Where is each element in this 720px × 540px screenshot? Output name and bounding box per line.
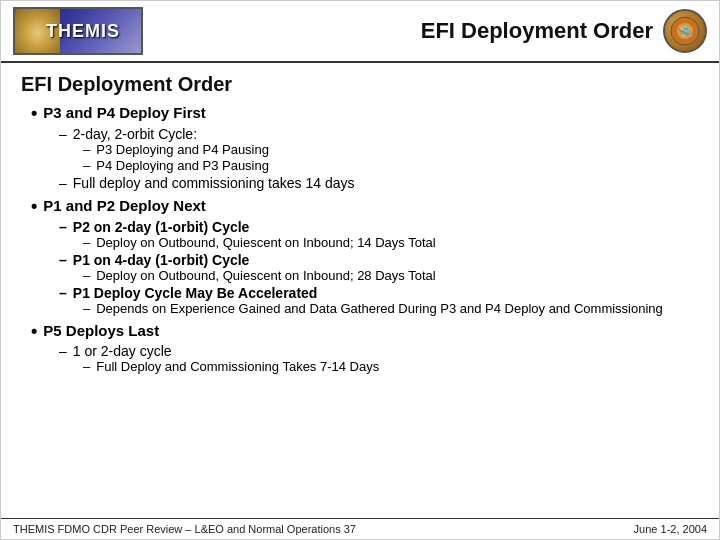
dash-sub-text: P4 Deploying and P3 Pausing — [96, 158, 269, 173]
bullet-dot: • — [31, 197, 37, 217]
dash-sym: – — [83, 142, 90, 157]
dash-sub-item: –Depends on Experience Gained and Data G… — [83, 301, 699, 316]
dash-item: –2-day, 2-orbit Cycle:–P3 Deploying and … — [59, 126, 699, 173]
dash-sym: – — [59, 343, 67, 359]
svg-text:🛸: 🛸 — [678, 24, 693, 39]
dash-text: P1 Deploy Cycle May Be Accelerated — [73, 285, 318, 301]
footer-right: June 1-2, 2004 — [634, 523, 707, 535]
footer: THEMIS FDMO CDR Peer Review – L&EO and N… — [1, 518, 719, 539]
slide: THEMIS EFI Deployment Order 🛸 EFI Deploy… — [0, 0, 720, 540]
dash-sym: – — [83, 359, 90, 374]
dash-sym: – — [83, 301, 90, 316]
dash-item: –P2 on 2-day (1-orbit) Cycle–Deploy on O… — [59, 219, 699, 250]
sub-items: –P2 on 2-day (1-orbit) Cycle–Deploy on O… — [59, 219, 699, 316]
dash-sub-text: P3 Deploying and P4 Pausing — [96, 142, 269, 157]
dash-sub-text: Depends on Experience Gained and Data Ga… — [96, 301, 663, 316]
bullet-text: P5 Deploys Last — [43, 322, 159, 339]
bullet-label: •P3 and P4 Deploy First — [31, 104, 699, 124]
sub-items: –1 or 2-day cycle–Full Deploy and Commis… — [59, 343, 699, 374]
dash-label: –1 or 2-day cycle — [59, 343, 699, 359]
bullet-item: •P3 and P4 Deploy First–2-day, 2-orbit C… — [31, 104, 699, 191]
dash-text: Full deploy and commissioning takes 14 d… — [73, 175, 355, 191]
dash-text: P2 on 2-day (1-orbit) Cycle — [73, 219, 250, 235]
dash-sym: – — [59, 219, 67, 235]
dash-item: –Full deploy and commissioning takes 14 … — [59, 175, 699, 191]
logo-text: THEMIS — [46, 21, 120, 42]
dash-sub-label: –P3 Deploying and P4 Pausing — [83, 142, 699, 157]
logo-box: THEMIS — [13, 7, 143, 55]
dash-sym: – — [83, 268, 90, 283]
bullet-label: •P1 and P2 Deploy Next — [31, 197, 699, 217]
dash-sub-text: Full Deploy and Commissioning Takes 7-14… — [96, 359, 379, 374]
logo-area: THEMIS — [13, 7, 143, 55]
page-title: EFI Deployment Order — [21, 73, 699, 96]
sub-items: –2-day, 2-orbit Cycle:–P3 Deploying and … — [59, 126, 699, 191]
sub-sub-items: –Deploy on Outbound, Quiescent on Inboun… — [83, 235, 699, 250]
header-icon: 🛸 — [663, 9, 707, 53]
dash-label: –P1 Deploy Cycle May Be Accelerated — [59, 285, 699, 301]
dash-sub-item: –P4 Deploying and P3 Pausing — [83, 158, 699, 173]
sub-sub-items: –Deploy on Outbound, Quiescent on Inboun… — [83, 268, 699, 283]
dash-sub-label: –Depends on Experience Gained and Data G… — [83, 301, 699, 316]
dash-sub-label: –Deploy on Outbound, Quiescent on Inboun… — [83, 235, 699, 250]
sub-sub-items: –Full Deploy and Commissioning Takes 7-1… — [83, 359, 699, 374]
bullet-item: •P5 Deploys Last–1 or 2-day cycle–Full D… — [31, 322, 699, 375]
content-area: EFI Deployment Order •P3 and P4 Deploy F… — [1, 63, 719, 518]
dash-sub-item: –Full Deploy and Commissioning Takes 7-1… — [83, 359, 699, 374]
bullet-text: P1 and P2 Deploy Next — [43, 197, 206, 214]
bullets-container: •P3 and P4 Deploy First–2-day, 2-orbit C… — [21, 104, 699, 374]
header: THEMIS EFI Deployment Order 🛸 — [1, 1, 719, 63]
dash-sub-label: –Deploy on Outbound, Quiescent on Inboun… — [83, 268, 699, 283]
dash-sub-label: –P4 Deploying and P3 Pausing — [83, 158, 699, 173]
dash-label: –2-day, 2-orbit Cycle: — [59, 126, 699, 142]
dash-sym: – — [59, 175, 67, 191]
dash-text: 2-day, 2-orbit Cycle: — [73, 126, 197, 142]
bullet-dot: • — [31, 104, 37, 124]
dash-sym: – — [83, 235, 90, 250]
bullet-dot: • — [31, 322, 37, 342]
bullet-text: P3 and P4 Deploy First — [43, 104, 206, 121]
dash-sub-item: –Deploy on Outbound, Quiescent on Inboun… — [83, 235, 699, 250]
dash-item: –1 or 2-day cycle–Full Deploy and Commis… — [59, 343, 699, 374]
dash-sym: – — [83, 158, 90, 173]
dash-item: –P1 Deploy Cycle May Be Accelerated–Depe… — [59, 285, 699, 316]
dash-sym: – — [59, 252, 67, 268]
dash-sub-label: –Full Deploy and Commissioning Takes 7-1… — [83, 359, 699, 374]
dash-sub-text: Deploy on Outbound, Quiescent on Inbound… — [96, 268, 435, 283]
dash-label: –Full deploy and commissioning takes 14 … — [59, 175, 699, 191]
dash-sub-item: –Deploy on Outbound, Quiescent on Inboun… — [83, 268, 699, 283]
dash-sym: – — [59, 285, 67, 301]
dash-sym: – — [59, 126, 67, 142]
bullet-label: •P5 Deploys Last — [31, 322, 699, 342]
sub-sub-items: –P3 Deploying and P4 Pausing–P4 Deployin… — [83, 142, 699, 173]
dash-label: –P1 on 4-day (1-orbit) Cycle — [59, 252, 699, 268]
dash-label: –P2 on 2-day (1-orbit) Cycle — [59, 219, 699, 235]
dash-item: –P1 on 4-day (1-orbit) Cycle–Deploy on O… — [59, 252, 699, 283]
dash-text: 1 or 2-day cycle — [73, 343, 172, 359]
dash-sub-text: Deploy on Outbound, Quiescent on Inbound… — [96, 235, 435, 250]
sub-sub-items: –Depends on Experience Gained and Data G… — [83, 301, 699, 316]
bullet-item: •P1 and P2 Deploy Next–P2 on 2-day (1-or… — [31, 197, 699, 316]
header-title: EFI Deployment Order — [421, 18, 653, 44]
dash-text: P1 on 4-day (1-orbit) Cycle — [73, 252, 250, 268]
dash-sub-item: –P3 Deploying and P4 Pausing — [83, 142, 699, 157]
footer-left: THEMIS FDMO CDR Peer Review – L&EO and N… — [13, 523, 356, 535]
